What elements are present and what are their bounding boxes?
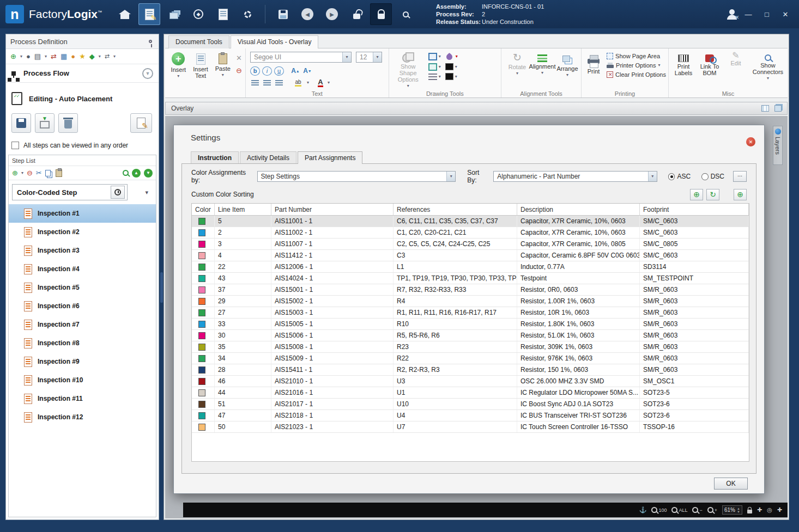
reorder-icon[interactable]: ⇄ bbox=[105, 53, 110, 59]
printer-options-button[interactable]: Printer Options▾ bbox=[607, 62, 666, 69]
add-process-button[interactable]: ⊕ bbox=[10, 53, 16, 60]
tab-document-tools[interactable]: Document Tools bbox=[168, 35, 229, 48]
bold-button[interactable]: b bbox=[250, 66, 260, 76]
rectangle-chevron-icon[interactable]: ▾ bbox=[439, 54, 441, 59]
line-color-swatch[interactable] bbox=[445, 73, 453, 80]
pin-icon[interactable] bbox=[149, 40, 152, 43]
font-size-select[interactable]: 12▾ bbox=[356, 52, 382, 63]
grow-font-button[interactable]: A▲ bbox=[290, 66, 300, 76]
forward-button[interactable]: ▶ bbox=[321, 3, 343, 25]
table-row[interactable]: 33 AIS15005 - 1 R10 Resistor, 1.80K 1%, … bbox=[192, 319, 749, 330]
color-swatch[interactable] bbox=[198, 389, 205, 396]
save-button[interactable] bbox=[272, 3, 294, 25]
align-center-button[interactable] bbox=[262, 78, 272, 88]
table-row[interactable]: 47 AIS21018 - 1 U4 IC BUS Transceiver TR… bbox=[192, 410, 749, 421]
save-steps-button[interactable] bbox=[11, 113, 31, 133]
fill-color-chevron-icon[interactable]: ▾ bbox=[455, 65, 457, 69]
color-swatch[interactable] bbox=[198, 366, 205, 374]
reset-color-sort-button[interactable]: ↻ bbox=[706, 189, 719, 200]
move-step-down-button[interactable]: ▼ bbox=[144, 169, 153, 178]
zoom-100-button[interactable]: 100 bbox=[651, 507, 667, 513]
color-swatch[interactable] bbox=[198, 321, 205, 328]
delete-steps-button[interactable] bbox=[58, 113, 78, 133]
clear-print-options-button[interactable]: Clear Print Options bbox=[607, 71, 666, 78]
unlock-button[interactable] bbox=[346, 3, 367, 25]
process-editor-button[interactable] bbox=[138, 3, 160, 25]
print-labels-button[interactable]: Print Labels bbox=[672, 51, 695, 90]
insert-button[interactable]: Insert ▾ bbox=[167, 51, 190, 90]
paste-button[interactable]: Paste ▾ bbox=[211, 51, 234, 90]
header-references[interactable]: References bbox=[394, 204, 517, 215]
zoom-spinner[interactable]: ▲▼ bbox=[737, 507, 740, 513]
font-family-select[interactable]: Segoe UI▾ bbox=[250, 52, 352, 63]
remove-step-button[interactable]: ⊖ bbox=[27, 169, 33, 176]
table-row[interactable]: 46 AIS21010 - 1 U3 OSC 26.000 MHZ 3.3V S… bbox=[192, 376, 749, 387]
show-shape-options-button[interactable]: Show Shape Options ▾ bbox=[391, 51, 425, 90]
table-row[interactable]: 28 AIS15411 - 1 R2, R2-R3, R3 Resistor, … bbox=[192, 364, 749, 376]
process-flow-row[interactable]: Process Flow ▼ bbox=[6, 64, 159, 83]
color-swatch[interactable] bbox=[198, 241, 205, 248]
color-swatch[interactable] bbox=[198, 229, 205, 236]
person-icon[interactable]: ● bbox=[71, 53, 75, 60]
arrange-button[interactable]: Arrange ▾ bbox=[556, 51, 579, 90]
back-button[interactable]: ◀ bbox=[296, 3, 318, 25]
add-process-chevron-icon[interactable]: ▾ bbox=[20, 54, 22, 59]
show-page-area-button[interactable]: Show Page Area bbox=[607, 53, 666, 59]
ellipse-chevron-icon[interactable]: ▾ bbox=[439, 65, 441, 69]
ok-button[interactable]: OK bbox=[714, 478, 748, 490]
insert-text-button[interactable]: Insert Text bbox=[190, 51, 212, 90]
tab-instruction[interactable]: Instruction bbox=[191, 151, 239, 164]
toolbar-more-chevron-icon[interactable]: ▾ bbox=[113, 54, 116, 59]
table-row[interactable]: 5 AIS11001 - 1 C6, C11, C11, C35, C35, C… bbox=[192, 216, 749, 227]
align-left-button[interactable] bbox=[250, 78, 260, 88]
font-color-button[interactable]: A bbox=[316, 78, 325, 88]
rotate-button[interactable]: ↻ Rotate ▾ bbox=[506, 51, 529, 90]
minimize-button[interactable]: — bbox=[743, 10, 753, 19]
color-swatch[interactable] bbox=[198, 264, 205, 271]
header-color[interactable]: Color bbox=[192, 204, 215, 215]
table-row[interactable]: 22 AIS12006 - 1 L1 Inductor, 0.77A SD311… bbox=[192, 261, 749, 273]
underline-button[interactable]: u bbox=[274, 66, 284, 76]
layers-tab[interactable]: Layers bbox=[773, 126, 783, 165]
overlay-grid-icon[interactable] bbox=[761, 105, 769, 112]
import-steps-button[interactable] bbox=[35, 113, 55, 133]
sort-by-select[interactable]: Alphanumeric - Part Number ▾ bbox=[493, 171, 657, 182]
print-icon[interactable]: ▤ bbox=[34, 53, 41, 60]
collapse-circle-icon[interactable]: ▼ bbox=[142, 68, 153, 79]
delete-object-button[interactable]: ✕ bbox=[236, 54, 242, 62]
color-coded-step-control[interactable]: Color-Coded Step bbox=[12, 184, 128, 200]
color-swatch[interactable] bbox=[198, 286, 205, 293]
copy-icon[interactable] bbox=[45, 170, 51, 176]
step-item-8[interactable]: Inspection #8 bbox=[9, 334, 156, 352]
step-type-chevron-icon[interactable]: ▾ bbox=[145, 189, 148, 196]
font-color-chevron-icon[interactable]: ▾ bbox=[328, 81, 330, 85]
home-button[interactable] bbox=[114, 3, 136, 25]
dialog-close-button[interactable]: ✕ bbox=[746, 137, 755, 146]
close-button[interactable]: ✕ bbox=[780, 10, 790, 19]
line-color-chevron-icon[interactable]: ▾ bbox=[455, 75, 457, 79]
color-swatch[interactable] bbox=[198, 252, 205, 259]
table-row[interactable]: 44 AIS21016 - 1 U1 IC Regulator LDO Micr… bbox=[192, 387, 749, 399]
highlight-button[interactable]: ab bbox=[292, 78, 305, 88]
table-row[interactable]: 3 AIS11007 - 1 C2, C5, C5, C24, C24-C25,… bbox=[192, 239, 749, 250]
color-swatch[interactable] bbox=[198, 378, 205, 385]
add-color-sort-button[interactable]: ⊕ bbox=[690, 189, 703, 200]
shrink-font-button[interactable]: A▼ bbox=[302, 66, 312, 76]
tab-visual-aid-tools[interactable]: Visual Aid Tools - Overlay bbox=[231, 35, 319, 48]
show-connectors-button[interactable]: Show Connectors ▾ bbox=[750, 51, 785, 90]
tag-icon[interactable]: ◆ bbox=[89, 53, 95, 60]
edit-steps-button[interactable] bbox=[130, 113, 152, 133]
dsc-radio[interactable] bbox=[701, 173, 709, 180]
ellipse-tool-button[interactable] bbox=[428, 63, 437, 71]
step-item-2[interactable]: Inspection #2 bbox=[9, 223, 156, 241]
step-item-10[interactable]: Inspection #10 bbox=[9, 371, 156, 389]
step-item-11[interactable]: Inspection #11 bbox=[9, 389, 156, 408]
anchor-icon[interactable]: ⚓ bbox=[639, 506, 647, 513]
documents-button[interactable] bbox=[212, 3, 234, 25]
audit-search-button[interactable] bbox=[395, 3, 416, 25]
layers-button[interactable] bbox=[163, 3, 185, 25]
zoom-in-button[interactable]: + bbox=[707, 507, 717, 513]
color-assignments-select[interactable]: Step Settings ▾ bbox=[257, 171, 456, 182]
step-item-5[interactable]: Inspection #5 bbox=[9, 278, 156, 297]
color-swatch[interactable] bbox=[198, 309, 205, 316]
